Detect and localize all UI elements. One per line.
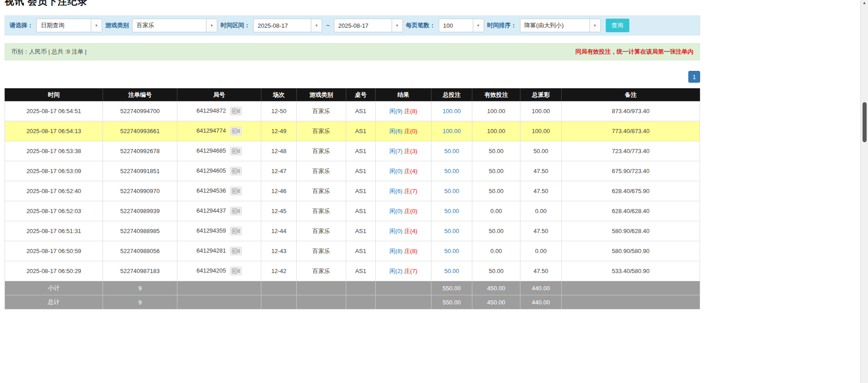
- chevron-down-icon[interactable]: ▾: [473, 19, 484, 32]
- video-replay-icon[interactable]: [230, 207, 242, 215]
- video-replay-icon[interactable]: [230, 127, 242, 135]
- cell-game-type: 百家乐: [297, 141, 346, 161]
- page-button-1[interactable]: 1: [688, 71, 700, 83]
- page-size-select[interactable]: 100 ▾: [439, 19, 484, 32]
- cell-payout: 0.00: [520, 241, 562, 261]
- cell-bet-id: 522740990970: [103, 181, 177, 201]
- cell-result: 闲(0) 庄(0): [376, 201, 432, 221]
- total-bet-link[interactable]: 50.00: [444, 208, 459, 214]
- video-replay-icon[interactable]: [230, 267, 242, 275]
- table-row: 2025-08-17 06:54:51522740994700641294872…: [5, 101, 700, 121]
- cell-bet-id: 522740991851: [103, 161, 177, 181]
- cell-time: 2025-08-17 06:54:51: [5, 101, 103, 121]
- date-to-select[interactable]: 2025-08-17 ▾: [334, 19, 403, 32]
- cell-table-no: AS1: [346, 241, 376, 261]
- column-header: 总投注: [432, 89, 472, 101]
- search-button[interactable]: 查询: [606, 19, 629, 32]
- banker-result: 庄(7): [404, 268, 417, 274]
- query-type-select[interactable]: 日期查询 ▾: [36, 19, 102, 32]
- summary-empty-cell: [297, 295, 346, 309]
- cell-total-bet: 50.00: [432, 241, 472, 261]
- chevron-down-icon[interactable]: ▾: [206, 19, 217, 32]
- cell-total-bet: 50.00: [432, 141, 472, 161]
- cell-bet-id: 522740993661: [103, 121, 177, 141]
- total-bet-link[interactable]: 50.00: [444, 188, 459, 194]
- game-type-select[interactable]: 百家乐 ▾: [132, 19, 217, 32]
- summary-empty-cell: [562, 281, 700, 295]
- summary-valid-bet: 450.00: [472, 295, 520, 309]
- cell-table-no: AS1: [346, 101, 376, 121]
- scrollbar[interactable]: ▲: [860, 0, 868, 383]
- cell-valid-bet: 100.00: [472, 121, 520, 141]
- column-header: 局号: [177, 89, 261, 101]
- date-to-value: 2025-08-17: [334, 22, 373, 29]
- total-bet-link[interactable]: 50.00: [444, 268, 459, 274]
- round-number: 641294536: [196, 187, 226, 194]
- video-replay-icon[interactable]: [230, 107, 242, 115]
- video-replay-icon[interactable]: [230, 167, 242, 175]
- chevron-down-icon[interactable]: ▾: [91, 19, 102, 32]
- cell-game-type: 百家乐: [297, 121, 346, 141]
- summary-total-bet: 550.00: [432, 295, 472, 309]
- cell-time: 2025-08-17 06:54:13: [5, 121, 103, 141]
- total-bet-link[interactable]: 50.00: [444, 248, 459, 254]
- cell-game-type: 百家乐: [297, 181, 346, 201]
- summary-empty-cell: [261, 295, 297, 309]
- column-header: 总派彩: [520, 89, 562, 101]
- round-number: 641294605: [196, 167, 226, 174]
- cell-time: 2025-08-17 06:53:38: [5, 141, 103, 161]
- total-row: 总计9550.00450.00440.00: [5, 295, 700, 309]
- cell-round-id: 641294359: [177, 221, 261, 241]
- cell-time: 2025-08-17 06:50:59: [5, 241, 103, 261]
- sort-order-select[interactable]: 降冪(由大到小) ▾: [520, 19, 601, 32]
- cell-valid-bet: 100.00: [472, 101, 520, 121]
- cell-result: 闲(8) 庄(8): [376, 241, 432, 261]
- cell-game-type: 百家乐: [297, 261, 346, 281]
- table-row: 2025-08-17 06:53:09522740991851641294605…: [5, 161, 700, 181]
- cell-round-id: 641294774: [177, 121, 261, 141]
- video-replay-icon[interactable]: [230, 227, 242, 235]
- cell-total-bet: 50.00: [432, 201, 472, 221]
- cell-table-no: AS1: [346, 141, 376, 161]
- cell-bet-id: 522740988985: [103, 221, 177, 241]
- total-bet-link[interactable]: 50.00: [444, 168, 459, 174]
- video-replay-icon[interactable]: [230, 247, 242, 255]
- table-row: 2025-08-17 06:53:38522740992678641294685…: [5, 141, 700, 161]
- column-header: 结果: [376, 89, 432, 101]
- column-header: 时间: [5, 89, 103, 101]
- round-number: 641294281: [196, 247, 226, 254]
- cell-session: 12-48: [261, 141, 297, 161]
- player-result: 闲(8): [389, 248, 402, 254]
- video-replay-icon[interactable]: [230, 187, 242, 195]
- select-label: 请选择：: [10, 21, 33, 30]
- filter-bar: 请选择： 日期查询 ▾ 游戏类别 百家乐 ▾ 时间区间： 2025-08-17 …: [5, 15, 700, 35]
- cell-round-id: 641294536: [177, 181, 261, 201]
- cell-time: 2025-08-17 06:52:40: [5, 181, 103, 201]
- total-bet-link[interactable]: 100.00: [443, 108, 461, 114]
- chevron-down-icon[interactable]: ▾: [311, 19, 322, 32]
- summary-currency-count: 币别：人民币 | 总共 :9 注单 |: [11, 48, 87, 56]
- player-result: 闲(6): [389, 128, 402, 134]
- column-header: 游戏类别: [297, 89, 346, 101]
- video-replay-icon[interactable]: [230, 147, 242, 155]
- total-bet-link[interactable]: 50.00: [444, 148, 459, 154]
- total-bet-link[interactable]: 100.00: [443, 128, 461, 134]
- banker-result: 庄(3): [404, 148, 417, 154]
- summary-payout: 440.00: [520, 281, 562, 295]
- chevron-down-icon[interactable]: ▾: [589, 19, 600, 32]
- scroll-up-arrow-icon[interactable]: ▲: [861, 0, 868, 5]
- round-number: 641294774: [196, 127, 226, 134]
- date-from-select[interactable]: 2025-08-17 ▾: [253, 19, 322, 32]
- chevron-down-icon[interactable]: ▾: [392, 19, 402, 32]
- summary-empty-cell: [346, 295, 376, 309]
- total-bet-link[interactable]: 50.00: [444, 228, 459, 234]
- cell-time: 2025-08-17 06:52:03: [5, 201, 103, 221]
- cell-game-type: 百家乐: [297, 241, 346, 261]
- scrollbar-thumb[interactable]: [863, 102, 867, 142]
- cell-table-no: AS1: [346, 221, 376, 241]
- banker-result: 庄(8): [404, 108, 417, 114]
- cell-result: 闲(6) 庄(0): [376, 121, 432, 141]
- cell-bet-id: 522740988056: [103, 241, 177, 261]
- cell-bet-id: 522740987183: [103, 261, 177, 281]
- column-header: 桌号: [346, 89, 376, 101]
